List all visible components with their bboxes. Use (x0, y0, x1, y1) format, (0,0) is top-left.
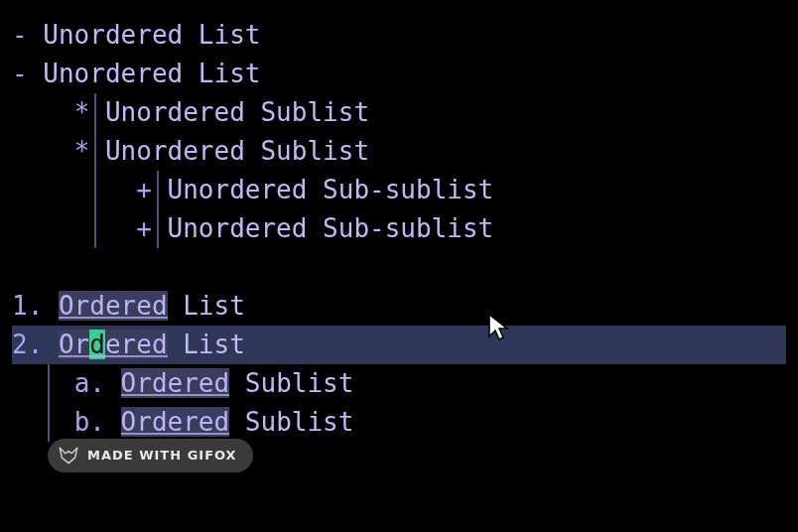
indent-guide (94, 171, 96, 209)
indent-guide (94, 209, 96, 248)
highlighted-word: Ordered (121, 368, 230, 398)
space (105, 368, 121, 398)
list-letter: b. (74, 407, 105, 437)
ul-subsub-item-2: + Unordered Sub-sublist (12, 209, 786, 248)
list-text: Unordered Sublist (105, 97, 369, 127)
text-post-cursor: ered (105, 330, 168, 359)
ol-item-1: 1. Ordered List (12, 287, 786, 326)
space (43, 291, 59, 321)
list-marker: - (12, 20, 43, 50)
indent-guide (157, 209, 159, 248)
blank-line (12, 248, 786, 287)
list-text: Unordered Sub-sublist (168, 213, 494, 243)
indent (12, 175, 136, 204)
space (43, 330, 59, 359)
editor-content[interactable]: - Unordered List - Unordered List * Unor… (12, 16, 786, 442)
ul-item-1: - Unordered List (12, 16, 786, 55)
list-text: Unordered List (43, 20, 260, 50)
indent-guide (94, 132, 96, 171)
indent-guide (48, 403, 50, 442)
highlighted-word: Ordered (59, 291, 168, 321)
list-text: List (168, 330, 245, 359)
indent (12, 213, 136, 243)
fox-icon (58, 447, 79, 465)
list-marker: * (74, 136, 105, 166)
ol-sub-item-b: b. Ordered Sublist (12, 403, 786, 442)
highlighted-word: Ordered (59, 330, 168, 359)
text-pre-cursor: Or (59, 330, 89, 359)
ol-sub-item-a: a. Ordered Sublist (12, 364, 786, 403)
list-text: Sublist (229, 407, 353, 437)
indent (12, 368, 74, 398)
list-text: Unordered Sublist (105, 136, 369, 166)
ol-item-2-cursor-line: 2. Ordered List (12, 326, 786, 364)
mouse-cursor-icon (488, 314, 510, 343)
indent (12, 136, 74, 166)
block-cursor: d (89, 330, 105, 359)
ul-sub-item-1: * Unordered Sublist (12, 93, 786, 132)
list-letter: a. (74, 368, 105, 398)
list-text: Unordered List (43, 59, 260, 88)
list-marker: + (136, 175, 167, 204)
list-number: 2. (12, 330, 43, 359)
list-text: Unordered Sub-sublist (168, 175, 494, 204)
ul-item-2: - Unordered List (12, 55, 786, 93)
indent (12, 407, 74, 437)
list-marker: - (12, 59, 43, 88)
gifox-badge[interactable]: MADE WITH GIFOX (48, 439, 253, 472)
highlighted-word: Ordered (121, 407, 230, 437)
list-marker: * (74, 97, 105, 127)
indent (12, 97, 74, 127)
ul-subsub-item-1: + Unordered Sub-sublist (12, 171, 786, 209)
badge-label: MADE WITH GIFOX (87, 446, 237, 466)
ul-sub-item-2: * Unordered Sublist (12, 132, 786, 171)
list-number: 1. (12, 291, 43, 321)
list-text: List (168, 291, 245, 321)
list-text: Sublist (229, 368, 353, 398)
space (105, 407, 121, 437)
list-marker: + (136, 213, 167, 243)
indent-guide (94, 93, 96, 132)
indent-guide (48, 364, 50, 403)
indent-guide (157, 171, 159, 209)
